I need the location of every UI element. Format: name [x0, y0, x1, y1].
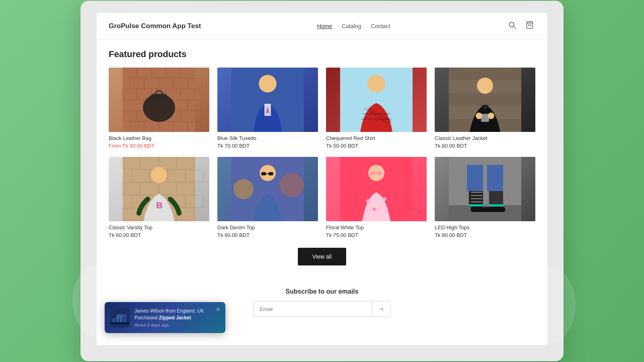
toast-action-word: Purchased [134, 315, 157, 321]
svg-rect-97 [471, 207, 489, 212]
svg-rect-89 [377, 172, 382, 175]
svg-point-37 [259, 75, 277, 93]
svg-rect-48 [449, 93, 521, 106]
svg-rect-83 [261, 172, 266, 175]
svg-text:B: B [156, 200, 163, 210]
toast-content: James Wilson from England, UK Purchased … [134, 308, 220, 327]
site-nav: Home Catalog Contact [317, 23, 390, 29]
view-all-wrapper: View all [109, 248, 535, 265]
product-name-2: Blue Silk Tuxedo [217, 135, 318, 141]
toast-time: About 6 days ago [134, 323, 220, 327]
toast-customer: James Wilson from England, UK [134, 308, 204, 314]
product-image-7 [326, 157, 427, 221]
svg-rect-106 [467, 165, 483, 191]
product-name-5: Classic Varsity Top [109, 224, 209, 230]
product-name-1: Black Leather Bag [109, 135, 209, 141]
product-card-3[interactable]: Chequered Red ShirtTk 50.00 BDT [326, 68, 427, 149]
svg-rect-113 [110, 322, 130, 324]
featured-title: Featured products [109, 49, 535, 60]
product-price-5: Tk 60.00 BDT [109, 232, 209, 238]
product-name-6: Dark Denim Top [217, 224, 318, 230]
product-image-4 [435, 68, 535, 132]
product-price-1: From Tk 30.00 BDT [109, 143, 209, 149]
product-image-5: B [109, 157, 209, 221]
product-price-6: Tk 60.00 BDT [217, 232, 318, 238]
toast-avatar-image [110, 308, 130, 327]
svg-point-0 [509, 22, 514, 27]
product-card-5[interactable]: B Classic Varsity TopTk 60.00 BDT [109, 157, 209, 238]
product-price-8: Tk 80.00 BDT [435, 232, 535, 238]
svg-rect-84 [268, 172, 273, 175]
svg-rect-54 [481, 114, 489, 122]
toast-close-button[interactable]: ✕ [215, 305, 221, 313]
nav-home[interactable]: Home [317, 23, 332, 29]
product-image-8 [435, 157, 535, 221]
main-content: Featured products Black Leather BagFrom … [97, 39, 547, 345]
cart-button[interactable] [524, 19, 535, 33]
email-input[interactable] [254, 301, 372, 317]
svg-line-1 [514, 27, 516, 29]
product-name-8: LED High Tops [435, 224, 535, 230]
product-card-4[interactable]: Classic Leather JacketTk 80.00 BDT [435, 68, 535, 149]
search-button[interactable] [506, 19, 518, 33]
nav-contact[interactable]: Contact [371, 23, 390, 29]
svg-point-51 [477, 78, 493, 94]
svg-point-80 [280, 173, 304, 197]
product-price-3: Tk 50.00 BDT [326, 143, 427, 149]
view-all-button[interactable]: View all [298, 248, 346, 265]
product-price-7: Tk 75.00 BDT [326, 232, 427, 238]
site-logo: GroPulse Common App Test [109, 22, 201, 30]
svg-point-93 [373, 208, 376, 211]
site-header: GroPulse Common App Test Home Catalog Co… [97, 13, 547, 39]
product-name-4: Classic Leather Jacket [435, 135, 535, 141]
product-image-6 [217, 157, 318, 221]
product-grid-row1: Black Leather BagFrom Tk 30.00 BDT Blue … [109, 68, 535, 149]
product-card-7[interactable]: Floral White TopTk 75.00 BDT [326, 157, 427, 238]
svg-point-40 [367, 75, 385, 93]
search-icon [508, 21, 516, 29]
subscribe-button[interactable]: → [372, 301, 390, 317]
product-card-2[interactable]: Blue Silk TuxedoTk 70.00 BDT [217, 68, 318, 149]
product-grid-row2: B Classic Varsity TopTk 60.00 BDT Dark D… [109, 157, 535, 238]
svg-point-91 [366, 199, 370, 203]
toast-text: James Wilson from England, UK Purchased … [134, 308, 220, 321]
toast-product-name: Zipped Jacket [159, 315, 191, 321]
svg-point-92 [382, 197, 386, 201]
svg-point-79 [233, 179, 254, 199]
svg-rect-99 [487, 207, 505, 212]
subscribe-form: → [254, 301, 390, 317]
nav-catalog[interactable]: Catalog [342, 23, 361, 29]
svg-point-76 [151, 167, 167, 183]
product-price-2: Tk 70.00 BDT [217, 143, 318, 149]
product-card-6[interactable]: Dark Denim TopTk 60.00 BDT [217, 157, 318, 238]
subscribe-title: Subscribe to our emails [109, 288, 535, 295]
toast-avatar [110, 308, 130, 327]
product-card-8[interactable]: LED High TopsTk 80.00 BDT [435, 157, 535, 238]
svg-rect-107 [487, 165, 503, 191]
product-name-3: Chequered Red Shirt [326, 135, 427, 141]
product-image-1 [109, 68, 209, 132]
product-name-7: Floral White Top [326, 224, 427, 230]
svg-rect-88 [370, 172, 375, 175]
cart-icon [526, 21, 534, 29]
svg-rect-35 [151, 94, 167, 100]
header-icons [506, 19, 535, 33]
product-price-4: Tk 80.00 BDT [435, 143, 535, 149]
svg-point-114 [117, 314, 123, 319]
svg-rect-100 [469, 204, 483, 206]
toast-notification: James Wilson from England, UK Purchased … [105, 302, 225, 333]
svg-rect-101 [489, 204, 503, 206]
product-card-1[interactable]: Black Leather BagFrom Tk 30.00 BDT [109, 68, 209, 149]
product-image-2 [217, 68, 318, 132]
product-image-3 [326, 68, 427, 132]
